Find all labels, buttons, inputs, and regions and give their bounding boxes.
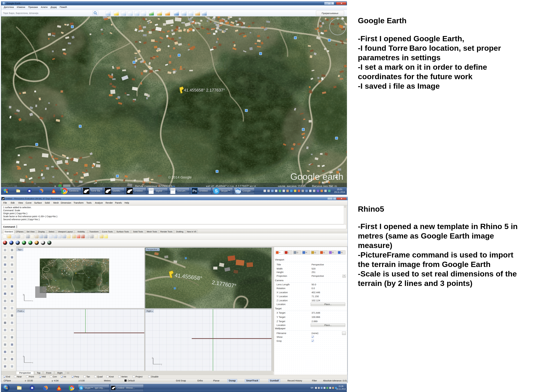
svg-text:41.455658° 2.177637°: 41.455658° 2.177637° xyxy=(184,88,225,93)
svg-text:y: y xyxy=(23,293,24,296)
svg-text:x: x xyxy=(32,362,33,364)
svg-text:y: y xyxy=(161,363,162,365)
svg-text:x: x xyxy=(32,300,33,302)
svg-text:z: z xyxy=(152,357,153,359)
svg-text:Google earth: Google earth xyxy=(290,171,343,182)
svg-text:© 2014 Google: © 2014 Google xyxy=(168,175,192,179)
svg-text:z: z xyxy=(23,355,24,357)
